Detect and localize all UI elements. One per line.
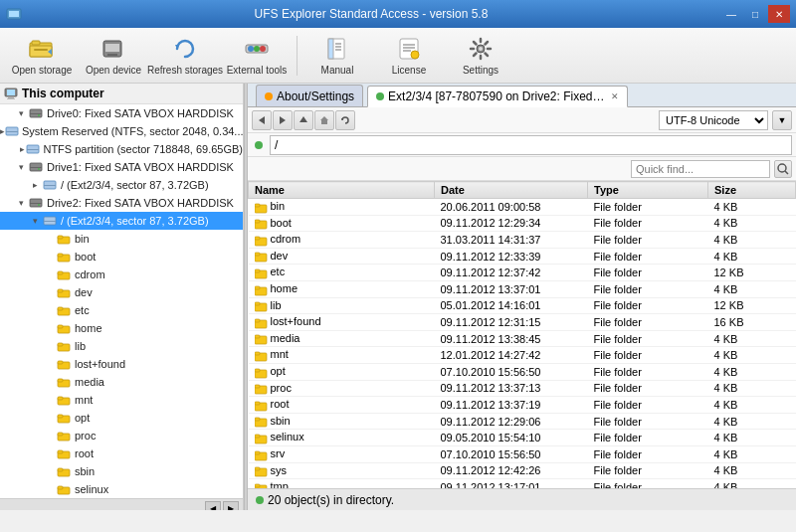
tree-item-ext23[interactable]: ▸ / (Ext2/3/4, sector 87, 3.72GB) bbox=[0, 176, 243, 194]
settings-button[interactable]: Settings bbox=[447, 32, 514, 80]
tree-header: This computer bbox=[0, 84, 243, 104]
search-button[interactable] bbox=[774, 160, 792, 178]
col-type[interactable]: Type bbox=[588, 182, 708, 199]
tree-item-lib[interactable]: lib bbox=[0, 337, 243, 355]
addr-reload-button[interactable] bbox=[335, 110, 355, 130]
tree-item-home[interactable]: home bbox=[0, 319, 243, 337]
file-date: 09.11.2012 13:37:13 bbox=[435, 380, 588, 397]
svg-rect-85 bbox=[58, 486, 63, 489]
svg-rect-69 bbox=[58, 343, 63, 346]
table-row[interactable]: lib 05.01.2012 14:16:01 File folder 12 K… bbox=[249, 297, 796, 314]
tree-item-ntfs[interactable]: ▸ NTFS partition (sector 718848, 69.65GB… bbox=[0, 140, 243, 158]
tree-item-drive2[interactable]: ▾ Drive2: Fixed SATA VBOX HARDDISK bbox=[0, 194, 243, 212]
table-row[interactable]: selinux 09.05.2010 15:54:10 File folder … bbox=[249, 430, 796, 446]
tree-item-sysres[interactable]: ▸ System Reserved (NTFS, sector 2048, 0.… bbox=[0, 122, 243, 140]
tree-item-dev[interactable]: dev bbox=[0, 283, 243, 301]
table-row[interactable]: boot 09.11.2012 12:29:34 File folder 4 K… bbox=[249, 215, 796, 232]
open-storage-button[interactable]: Open storage bbox=[8, 32, 76, 80]
table-row[interactable]: tmp 09.11.2012 13:17:01 File folder 4 KB bbox=[249, 479, 796, 488]
partition-icon bbox=[26, 141, 40, 157]
tree-item-lost-found[interactable]: lost+found bbox=[0, 355, 243, 373]
minimize-button[interactable]: — bbox=[720, 5, 742, 23]
col-date[interactable]: Date bbox=[435, 182, 588, 199]
tree-scroll-left[interactable]: ◀ bbox=[205, 501, 221, 511]
svg-point-92 bbox=[778, 164, 786, 172]
table-row[interactable]: mnt 12.01.2012 14:27:42 File folder 4 KB bbox=[249, 347, 796, 364]
tree-panel[interactable]: This computer ▾ Drive0: Fixed SATA VBOX … bbox=[0, 84, 244, 510]
tab-about[interactable]: About/Settings bbox=[256, 85, 363, 106]
tree-item-media[interactable]: media bbox=[0, 373, 243, 391]
table-row[interactable]: bin 20.06.2011 09:00:58 File folder 4 KB bbox=[249, 199, 796, 216]
external-tools-button[interactable]: External tools bbox=[223, 32, 291, 80]
file-type: File folder bbox=[588, 363, 708, 380]
close-button[interactable]: ✕ bbox=[768, 5, 790, 23]
tree-item-ext234-root[interactable]: ▾ / (Ext2/3/4, sector 87, 3.72GB) bbox=[0, 212, 243, 230]
table-row[interactable]: srv 07.10.2010 15:56:50 File folder 4 KB bbox=[249, 445, 796, 462]
table-row[interactable]: dev 09.11.2012 12:33:39 File folder 4 KB bbox=[249, 248, 796, 265]
table-row[interactable]: media 09.11.2012 13:38:45 File folder 4 … bbox=[249, 330, 796, 347]
tab-ext234-close[interactable]: ✕ bbox=[611, 91, 619, 101]
tree-item-cdrom[interactable]: cdrom bbox=[0, 266, 243, 283]
table-row[interactable]: proc 09.11.2012 13:37:13 File folder 4 K… bbox=[249, 380, 796, 397]
path-display[interactable]: / bbox=[270, 135, 792, 155]
col-name[interactable]: Name bbox=[249, 182, 435, 199]
table-row[interactable]: root 09.11.2012 13:37:19 File folder 4 K… bbox=[249, 397, 796, 414]
status-text: 20 object(s) in directory. bbox=[268, 493, 394, 507]
addr-root-button[interactable] bbox=[314, 110, 334, 130]
tree-item-selinux[interactable]: selinux bbox=[0, 480, 243, 498]
maximize-button[interactable]: □ bbox=[744, 5, 766, 23]
addr-up-button[interactable] bbox=[294, 110, 313, 130]
tree-label: Drive1: Fixed SATA VBOX HARDDISK bbox=[47, 161, 234, 173]
tree-item-mnt[interactable]: mnt bbox=[0, 391, 243, 409]
tree-item-etc[interactable]: etc bbox=[0, 301, 243, 319]
folder-icon bbox=[56, 374, 72, 390]
tab-about-dot bbox=[265, 92, 273, 100]
refresh-storages-button[interactable]: Refresh storages bbox=[151, 32, 219, 80]
expand-icon: ▾ bbox=[14, 108, 28, 118]
tree-item-bin[interactable]: bin bbox=[0, 230, 243, 248]
tree-item-proc[interactable]: proc bbox=[0, 427, 243, 444]
file-date: 09.05.2010 15:54:10 bbox=[435, 430, 588, 446]
tree-item-drive0[interactable]: ▾ Drive0: Fixed SATA VBOX HARDDISK bbox=[0, 104, 243, 122]
svg-rect-97 bbox=[255, 220, 260, 223]
encoding-settings-button[interactable]: ▼ bbox=[772, 110, 792, 130]
file-type: File folder bbox=[588, 248, 708, 265]
table-row[interactable]: home 09.11.2012 13:37:01 File folder 4 K… bbox=[249, 280, 796, 297]
table-row[interactable]: lost+found 09.11.2012 12:31:15 File fold… bbox=[249, 314, 796, 331]
file-size: 16 KB bbox=[708, 314, 796, 331]
table-row[interactable]: etc 09.11.2012 12:37:42 File folder 12 K… bbox=[249, 265, 796, 281]
tree-item-drive1[interactable]: ▾ Drive1: Fixed SATA VBOX HARDDISK bbox=[0, 158, 243, 176]
tree-scroll-right[interactable]: ▶ bbox=[223, 501, 239, 511]
encoding-select[interactable]: UTF-8 Unicode Latin-1 bbox=[659, 110, 768, 130]
svg-rect-57 bbox=[58, 236, 63, 239]
tree-item-boot[interactable]: boot bbox=[0, 248, 243, 266]
file-table[interactable]: Name Date Type Size bin 20.06.2011 09:00… bbox=[248, 181, 796, 488]
file-size: 4 KB bbox=[708, 347, 796, 364]
svg-rect-52 bbox=[30, 203, 42, 204]
manual-button[interactable]: Manual bbox=[303, 32, 371, 80]
file-size: 4 KB bbox=[708, 199, 796, 216]
svg-rect-105 bbox=[255, 286, 260, 289]
open-device-button[interactable]: Open device bbox=[80, 32, 147, 80]
file-type: File folder bbox=[588, 265, 708, 281]
tree-item-sbin[interactable]: sbin bbox=[0, 462, 243, 480]
table-row[interactable]: opt 07.10.2010 15:56:50 File folder 4 KB bbox=[249, 363, 796, 380]
folder-icon bbox=[56, 302, 72, 318]
table-row[interactable]: sbin 09.11.2012 12:29:06 File folder 4 K… bbox=[249, 413, 796, 430]
search-input[interactable] bbox=[631, 160, 770, 178]
license-button[interactable]: License bbox=[375, 32, 443, 80]
svg-rect-65 bbox=[58, 307, 63, 310]
table-row[interactable]: cdrom 31.03.2011 14:31:37 File folder 4 … bbox=[249, 232, 796, 249]
license-icon bbox=[395, 35, 423, 63]
tab-ext234[interactable]: Ext2/3/4 [87-7807590 on Drive2: Fixed SA… bbox=[367, 86, 628, 107]
addr-forward-button[interactable] bbox=[273, 110, 293, 130]
svg-rect-77 bbox=[58, 415, 63, 418]
addr-back-button[interactable] bbox=[252, 110, 272, 130]
tree-item-opt[interactable]: opt bbox=[0, 409, 243, 427]
file-type: File folder bbox=[588, 232, 708, 249]
tree-label: Drive2: Fixed SATA VBOX HARDDISK bbox=[47, 197, 234, 209]
table-row[interactable]: sys 09.11.2012 12:42:26 File folder 4 KB bbox=[249, 462, 796, 479]
col-size[interactable]: Size bbox=[708, 182, 796, 199]
svg-rect-115 bbox=[255, 369, 260, 372]
tree-item-root[interactable]: root bbox=[0, 444, 243, 462]
